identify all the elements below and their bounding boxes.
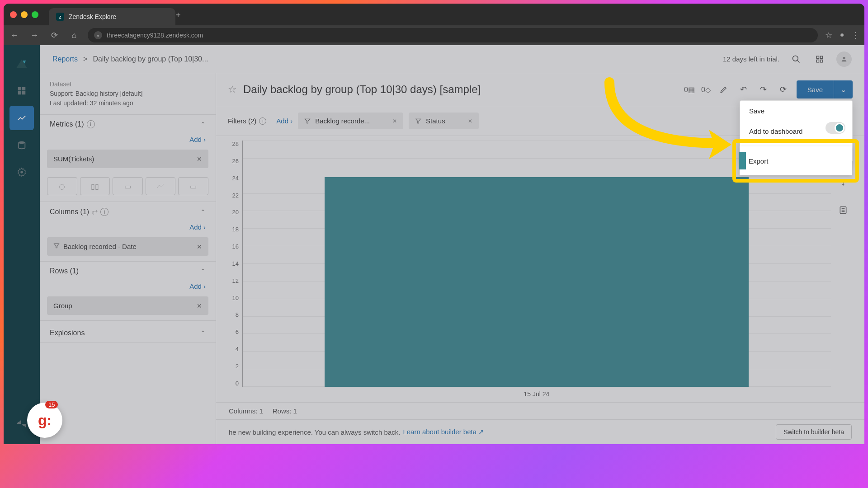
filter-icon xyxy=(415,118,421,124)
svg-rect-2 xyxy=(18,87,21,90)
nav-dashboards-icon[interactable] xyxy=(9,79,34,103)
filter-add-button[interactable]: Add › xyxy=(276,117,292,125)
trial-text: 12 days left in trial. xyxy=(723,55,779,63)
calculations-icon[interactable] xyxy=(839,206,848,217)
metrics-add-button[interactable]: Add › xyxy=(40,134,216,147)
svg-rect-14 xyxy=(816,60,819,62)
metrics-header[interactable]: Metrics (1) i ⌃ xyxy=(40,115,216,134)
svg-rect-3 xyxy=(22,87,25,90)
notification-glyph: g: xyxy=(38,412,52,429)
filter-chip-status[interactable]: Status ✕ xyxy=(409,113,479,129)
remove-row-icon[interactable]: ✕ xyxy=(197,302,202,310)
breadcrumb-root-link[interactable]: Reports xyxy=(52,55,78,63)
tab-title: Zendesk Explore xyxy=(69,13,116,20)
columns-count: Columns: 1 xyxy=(229,407,263,415)
chevron-up-icon[interactable]: ⌃ xyxy=(200,329,206,337)
favorite-star-icon[interactable]: ☆ xyxy=(228,84,237,95)
maximize-window-icon[interactable] xyxy=(32,11,38,18)
toggle-badge[interactable] xyxy=(826,122,845,134)
column-chip[interactable]: Backlog recorded - Date ✕ xyxy=(47,237,208,256)
beta-text: he new building experience. You can alwa… xyxy=(229,428,400,436)
filter-icon xyxy=(304,118,311,124)
url-bar[interactable]: ● threecatagency9128.zendesk.com xyxy=(88,28,818,42)
rows-add-button[interactable]: Add › xyxy=(40,281,216,294)
viz-bar-icon[interactable]: ▭ xyxy=(113,177,143,195)
browser-tab[interactable]: z Zendesk Explore xyxy=(49,8,175,25)
breadcrumb-current: Daily backlog by group (Top 10|30... xyxy=(93,55,208,63)
extensions-icon[interactable]: ✦ xyxy=(839,30,845,40)
notification-badge[interactable]: g: 15 xyxy=(27,403,62,438)
swap-icon[interactable]: ⇄ xyxy=(92,207,98,216)
switch-beta-button[interactable]: Switch to builder beta xyxy=(776,424,852,440)
column-chip-label: Backlog recorded - Date xyxy=(63,243,137,250)
rows-header[interactable]: Rows (1) ⌃ xyxy=(40,262,216,281)
apps-grid-icon[interactable] xyxy=(813,52,826,66)
remove-filter-icon[interactable]: ✕ xyxy=(468,118,472,124)
viz-comment-icon[interactable]: ▭ xyxy=(178,177,208,195)
chevron-up-icon[interactable]: ⌃ xyxy=(200,267,206,275)
main: Dataset Support: Backlog history [defaul… xyxy=(40,73,864,444)
breadcrumb-separator: > xyxy=(83,55,87,63)
site-info-icon[interactable]: ● xyxy=(94,31,102,39)
dataset-label: Dataset xyxy=(50,80,206,89)
row-chip-label: Group xyxy=(53,302,72,310)
svg-rect-13 xyxy=(821,56,823,58)
search-icon[interactable] xyxy=(789,52,803,66)
x-axis-label: 15 Jul 24 xyxy=(242,390,831,398)
nav-datasets-icon[interactable] xyxy=(9,133,34,157)
browser-tab-strip: z Zendesk Explore ＋ xyxy=(4,4,864,25)
viz-type-buttons: ◌ ▯▯ ▭ ▭ xyxy=(40,174,216,202)
content-area: ☆ Daily backlog by group (Top 10|30 days… xyxy=(216,73,864,444)
chevron-up-icon[interactable]: ⌃ xyxy=(200,121,206,128)
window-controls xyxy=(10,11,38,18)
explore-logo-icon[interactable] xyxy=(9,52,34,76)
save-dropdown-button[interactable]: ⌄ xyxy=(834,80,853,99)
viz-line-icon[interactable] xyxy=(146,177,176,195)
filter-chip-label: Status xyxy=(426,117,445,125)
bar[interactable] xyxy=(325,177,748,387)
info-icon[interactable]: i xyxy=(259,117,266,125)
viz-column-icon[interactable]: ▯▯ xyxy=(80,177,110,195)
forward-button[interactable]: → xyxy=(28,29,41,42)
explosions-header[interactable]: Explosions ⌃ xyxy=(40,321,216,343)
beta-link[interactable]: Learn about builder beta ↗ xyxy=(403,428,484,436)
y-axis: 2826242220181614121086420 xyxy=(221,141,242,398)
save-button-group: Save ⌄ xyxy=(797,80,853,99)
home-button[interactable]: ⌂ xyxy=(68,29,80,42)
svg-point-16 xyxy=(843,56,845,59)
metric-chip[interactable]: SUM(Tickets) ✕ xyxy=(47,150,208,168)
svg-rect-15 xyxy=(821,60,823,62)
close-window-icon[interactable] xyxy=(10,11,17,18)
columns-add-button[interactable]: Add › xyxy=(40,221,216,235)
bookmark-icon[interactable]: ☆ xyxy=(825,30,832,40)
columns-section: Columns (1) ⇄ i ⌃ Add › Backlog recorded… xyxy=(40,202,216,262)
notification-count: 15 xyxy=(45,401,58,408)
reload-button[interactable]: ⟳ xyxy=(48,29,61,42)
metric-chip-label: SUM(Tickets) xyxy=(53,155,94,163)
save-button[interactable]: Save xyxy=(797,80,834,99)
explosions-title: Explosions xyxy=(50,329,85,337)
row-chip[interactable]: Group ✕ xyxy=(47,296,208,315)
info-icon[interactable]: i xyxy=(87,120,95,128)
breadcrumb: Reports > Daily backlog by group (Top 10… xyxy=(52,55,208,63)
info-icon[interactable]: i xyxy=(100,208,108,216)
svg-marker-17 xyxy=(54,244,59,248)
browser-menu-icon[interactable]: ⋮ xyxy=(852,30,860,40)
columns-title: Columns (1) xyxy=(50,208,89,216)
tab-favicon-icon: z xyxy=(56,13,64,21)
metrics-section: Metrics (1) i ⌃ Add › SUM(Tickets) ✕ ◌ ▯… xyxy=(40,115,216,202)
avatar[interactable] xyxy=(836,52,852,67)
nav-settings-icon[interactable] xyxy=(9,160,34,184)
remove-filter-icon[interactable]: ✕ xyxy=(392,118,397,124)
remove-column-icon[interactable]: ✕ xyxy=(197,243,202,250)
minimize-window-icon[interactable] xyxy=(21,11,28,18)
back-button[interactable]: ← xyxy=(8,29,21,42)
nav-reports-icon[interactable] xyxy=(9,106,34,130)
filter-chip-backlog[interactable]: Backlog recorde... ✕ xyxy=(298,113,403,129)
remove-metric-icon[interactable]: ✕ xyxy=(197,155,202,163)
chevron-up-icon[interactable]: ⌃ xyxy=(200,208,206,216)
columns-header[interactable]: Columns (1) ⇄ i ⌃ xyxy=(40,202,216,221)
svg-marker-18 xyxy=(305,119,310,123)
viz-drop-icon[interactable]: ◌ xyxy=(47,177,77,195)
refresh-icon[interactable]: ⟳ xyxy=(777,83,790,96)
